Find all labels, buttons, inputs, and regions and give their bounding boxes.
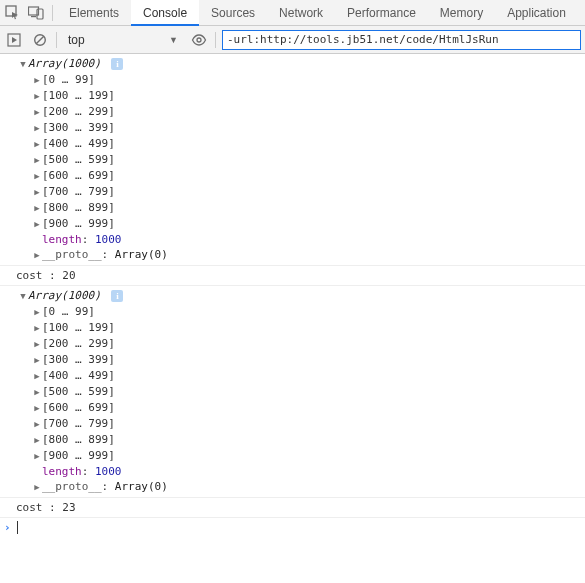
expand-toggle[interactable] bbox=[32, 353, 42, 368]
array-range[interactable]: [700 … 799] bbox=[42, 185, 115, 198]
array-range[interactable]: [400 … 499] bbox=[42, 137, 115, 150]
divider bbox=[52, 5, 53, 21]
divider bbox=[215, 32, 216, 48]
console-message: cost : 20 bbox=[0, 266, 585, 286]
tab-performance[interactable]: Performance bbox=[335, 0, 428, 26]
expand-toggle[interactable] bbox=[32, 73, 42, 88]
tab-sources[interactable]: Sources bbox=[199, 0, 267, 26]
property-key: length bbox=[42, 465, 82, 478]
array-range[interactable]: [900 … 999] bbox=[42, 217, 115, 230]
array-header[interactable]: Array(1000) bbox=[28, 289, 101, 302]
expand-toggle[interactable] bbox=[18, 57, 28, 72]
console-message: cost : 23 bbox=[0, 498, 585, 518]
filter-input[interactable] bbox=[222, 30, 581, 50]
expand-toggle[interactable] bbox=[32, 417, 42, 432]
array-range[interactable]: [600 … 699] bbox=[42, 169, 115, 182]
play-icon[interactable] bbox=[4, 30, 24, 50]
console-message: Array(1000) [0 … 99][100 … 199][200 … 29… bbox=[0, 54, 585, 266]
console-message: Array(1000) [0 … 99][100 … 199][200 … 29… bbox=[0, 286, 585, 498]
console-toolbar: top ▼ bbox=[0, 26, 585, 54]
array-range[interactable]: [800 … 899] bbox=[42, 433, 115, 446]
property-key: length bbox=[42, 233, 82, 246]
expand-toggle[interactable] bbox=[32, 337, 42, 352]
expand-toggle[interactable] bbox=[32, 169, 42, 184]
svg-line-6 bbox=[36, 36, 44, 44]
array-range[interactable]: [400 … 499] bbox=[42, 369, 115, 382]
property-value[interactable]: Array(0) bbox=[115, 248, 168, 261]
tab-memory[interactable]: Memory bbox=[428, 0, 495, 26]
expand-toggle[interactable] bbox=[32, 121, 42, 136]
expand-toggle[interactable] bbox=[32, 401, 42, 416]
expand-toggle[interactable] bbox=[32, 153, 42, 168]
expand-toggle[interactable] bbox=[32, 449, 42, 464]
array-header[interactable]: Array(1000) bbox=[28, 57, 101, 70]
chevron-down-icon: ▼ bbox=[169, 35, 178, 45]
expand-toggle[interactable] bbox=[32, 217, 42, 232]
svg-point-7 bbox=[197, 38, 201, 42]
array-range[interactable]: [900 … 999] bbox=[42, 449, 115, 462]
expand-toggle[interactable] bbox=[32, 185, 42, 200]
array-range[interactable]: [200 … 299] bbox=[42, 105, 115, 118]
array-range[interactable]: [0 … 99] bbox=[42, 305, 95, 318]
info-icon[interactable] bbox=[111, 58, 123, 70]
console-prompt[interactable]: › bbox=[0, 518, 585, 537]
tab-network[interactable]: Network bbox=[267, 0, 335, 26]
array-range[interactable]: [200 … 299] bbox=[42, 337, 115, 350]
divider bbox=[56, 32, 57, 48]
expand-toggle[interactable] bbox=[32, 305, 42, 320]
tab-elements[interactable]: Elements bbox=[57, 0, 131, 26]
tab-application[interactable]: Application bbox=[495, 0, 578, 26]
property-value: 1000 bbox=[95, 233, 122, 246]
property-key: __proto__ bbox=[42, 480, 102, 493]
expand-toggle[interactable] bbox=[32, 89, 42, 104]
array-range[interactable]: [300 … 399] bbox=[42, 353, 115, 366]
expand-toggle[interactable] bbox=[32, 137, 42, 152]
svg-rect-2 bbox=[31, 16, 36, 17]
array-range[interactable]: [300 … 399] bbox=[42, 121, 115, 134]
text-cursor bbox=[17, 521, 18, 534]
array-range[interactable]: [500 … 599] bbox=[42, 153, 115, 166]
array-range[interactable]: [600 … 699] bbox=[42, 401, 115, 414]
property-key: __proto__ bbox=[42, 248, 102, 261]
property-value: 1000 bbox=[95, 465, 122, 478]
devtools-tabbar: Elements Console Sources Network Perform… bbox=[0, 0, 585, 26]
expand-toggle[interactable] bbox=[32, 201, 42, 216]
clear-icon[interactable] bbox=[30, 30, 50, 50]
chevron-right-icon: › bbox=[4, 521, 11, 534]
expand-toggle[interactable] bbox=[32, 369, 42, 384]
array-range[interactable]: [700 … 799] bbox=[42, 417, 115, 430]
expand-toggle[interactable] bbox=[32, 321, 42, 336]
console-output: Array(1000) [0 … 99][100 … 199][200 … 29… bbox=[0, 54, 585, 583]
eye-icon[interactable] bbox=[189, 30, 209, 50]
expand-toggle[interactable] bbox=[32, 385, 42, 400]
tab-console[interactable]: Console bbox=[131, 0, 199, 26]
expand-toggle[interactable] bbox=[32, 480, 42, 495]
device-icon[interactable] bbox=[24, 0, 48, 26]
array-range[interactable]: [100 … 199] bbox=[42, 321, 115, 334]
info-icon[interactable] bbox=[111, 290, 123, 302]
context-selector[interactable]: top ▼ bbox=[63, 31, 183, 49]
array-range[interactable]: [800 … 899] bbox=[42, 201, 115, 214]
expand-toggle[interactable] bbox=[32, 248, 42, 263]
expand-toggle[interactable] bbox=[32, 433, 42, 448]
array-range[interactable]: [500 … 599] bbox=[42, 385, 115, 398]
expand-toggle[interactable] bbox=[18, 289, 28, 304]
context-label: top bbox=[68, 33, 85, 47]
array-range[interactable]: [100 … 199] bbox=[42, 89, 115, 102]
inspect-icon[interactable] bbox=[0, 0, 24, 26]
array-range[interactable]: [0 … 99] bbox=[42, 73, 95, 86]
expand-toggle[interactable] bbox=[32, 105, 42, 120]
property-value[interactable]: Array(0) bbox=[115, 480, 168, 493]
